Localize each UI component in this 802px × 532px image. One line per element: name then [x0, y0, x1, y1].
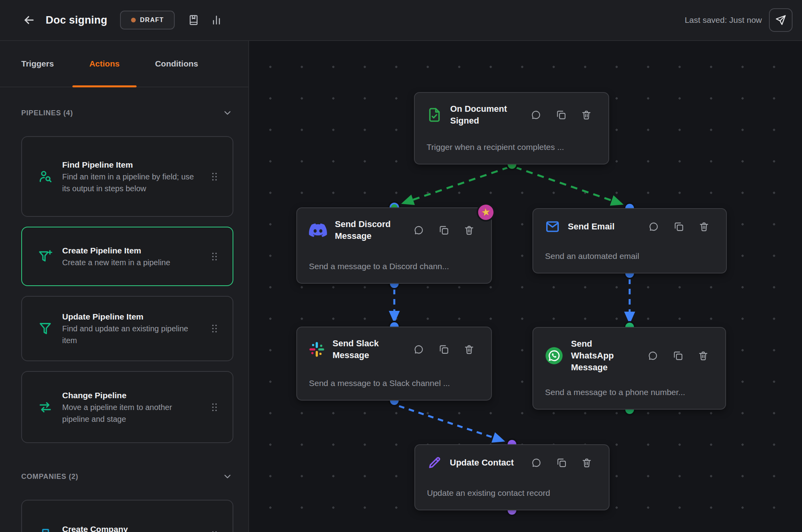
- comment-button[interactable]: [413, 225, 424, 236]
- delete-button[interactable]: [464, 344, 475, 355]
- node-send-whatsapp-message[interactable]: Send WhatsApp Message Send a message to …: [532, 327, 726, 410]
- duplicate-button[interactable]: [556, 457, 567, 468]
- tab-actions-label: Actions: [89, 59, 120, 68]
- trash-icon: [699, 221, 710, 232]
- grip-dots-icon: [211, 530, 218, 532]
- node-title: Send Slack Message: [333, 338, 386, 361]
- publish-button[interactable]: [769, 8, 793, 32]
- action-card-text: Change Pipeline Move a pipeline item to …: [62, 390, 200, 425]
- delete-button[interactable]: [464, 225, 475, 236]
- page-title: Doc signing: [46, 14, 107, 26]
- whatsapp-icon: [545, 347, 563, 365]
- tab-actions[interactable]: Actions: [72, 41, 137, 87]
- comment-icon: [647, 350, 658, 361]
- trash-icon: [581, 109, 592, 120]
- node-title: Send Email: [568, 221, 615, 233]
- action-card-change-pipeline[interactable]: Change Pipeline Move a pipeline item to …: [21, 371, 233, 443]
- duplicate-icon: [438, 225, 449, 236]
- action-card-find-pipeline-item[interactable]: Find Pipeline Item Find an item in a pip…: [21, 136, 233, 217]
- edge-trigger-email: [515, 167, 621, 204]
- back-arrow-icon: [22, 13, 36, 27]
- node-send-slack-message[interactable]: Send Slack Message Send a message to a S…: [296, 327, 492, 401]
- duplicate-icon: [556, 109, 567, 120]
- node-title: On Document Signed: [450, 103, 517, 127]
- action-card-text: Create Pipeline Item Create a new item i…: [62, 245, 200, 268]
- pencil-icon: [427, 455, 442, 470]
- node-title: Send WhatsApp Message: [571, 338, 618, 373]
- star-badge-icon: ★: [475, 202, 496, 223]
- collapse-section-button[interactable]: [222, 108, 233, 118]
- comment-button[interactable]: [413, 344, 424, 355]
- delete-button[interactable]: [699, 221, 710, 232]
- node-send-email[interactable]: Send Email Send an automated email: [532, 208, 727, 273]
- bar-chart-icon: [211, 14, 222, 26]
- drag-handle[interactable]: [210, 250, 219, 263]
- tab-conditions[interactable]: Conditions: [137, 41, 216, 87]
- send-icon: [775, 14, 787, 26]
- bookmark-button[interactable]: [186, 12, 201, 28]
- node-actions: [413, 225, 478, 236]
- user-search-icon: [38, 169, 53, 184]
- node-actions: [530, 109, 595, 120]
- node-description: Update an existing contact record: [427, 488, 595, 498]
- node-send-discord-message[interactable]: ★ Send Discord Message Send a message to…: [296, 207, 492, 284]
- grip-dots-icon: [211, 172, 218, 181]
- delete-button[interactable]: [698, 350, 709, 361]
- top-bar: Doc signing DRAFT Last saved: Just now: [0, 0, 802, 41]
- drag-handle[interactable]: [210, 529, 219, 532]
- action-card-create-pipeline-item[interactable]: Create Pipeline Item Create a new item i…: [21, 227, 233, 286]
- tab-triggers[interactable]: Triggers: [4, 41, 72, 87]
- workflow-canvas[interactable]: On Document Signed Trigger when a recipi…: [249, 41, 802, 532]
- automation-builder-app: Doc signing DRAFT Last saved: Just now T…: [0, 0, 802, 532]
- actions-list: PIPELINES (4) Find Pipeline Item Find an…: [0, 108, 248, 532]
- node-title: Send Discord Message: [335, 218, 398, 242]
- node-description: Send a message to a phone number...: [545, 388, 712, 397]
- action-card-description: Find an item in a pipeline by field; use…: [62, 171, 200, 194]
- action-card-update-pipeline-item[interactable]: Update Pipeline Item Find and update an …: [21, 296, 233, 361]
- edge-slack-contact: [399, 406, 503, 441]
- node-actions: [531, 457, 595, 468]
- comment-icon: [413, 225, 424, 236]
- node-head: Send Email: [545, 219, 713, 234]
- delete-button[interactable]: [581, 109, 592, 120]
- duplicate-button[interactable]: [438, 225, 449, 236]
- node-description: Send an automated email: [545, 251, 713, 261]
- node-update-contact[interactable]: Update Contact Update an existing contac…: [414, 444, 610, 510]
- discord-icon: [309, 223, 327, 237]
- back-button[interactable]: [20, 11, 38, 29]
- duplicate-icon: [673, 350, 684, 361]
- node-head: On Document Signed: [427, 103, 595, 127]
- document-check-icon: [427, 107, 442, 123]
- duplicate-icon: [438, 344, 449, 355]
- analytics-button[interactable]: [209, 12, 224, 28]
- drag-handle[interactable]: [210, 322, 219, 335]
- duplicate-icon: [556, 457, 567, 468]
- status-badge-label: DRAFT: [140, 17, 164, 24]
- node-description: Trigger when a recipient completes ...: [427, 142, 595, 152]
- section-header-companies: COMPANIES (2): [21, 471, 233, 482]
- comment-button[interactable]: [530, 109, 541, 120]
- duplicate-button[interactable]: [438, 344, 449, 355]
- comment-icon: [413, 344, 424, 355]
- slack-icon: [309, 342, 325, 357]
- duplicate-button[interactable]: [673, 350, 684, 361]
- node-description: Send a message to a Slack channel ...: [309, 379, 478, 388]
- chevron-down-icon: [222, 108, 233, 118]
- comment-button[interactable]: [531, 457, 542, 468]
- duplicate-icon: [673, 221, 684, 232]
- drag-handle[interactable]: [210, 170, 219, 183]
- action-card-description: Create a new item in a pipeline: [62, 257, 200, 268]
- comment-button[interactable]: [647, 350, 658, 361]
- trash-icon: [464, 344, 475, 355]
- collapse-section-button[interactable]: [222, 471, 233, 482]
- drag-handle[interactable]: [210, 401, 219, 414]
- duplicate-button[interactable]: [673, 221, 684, 232]
- comment-button[interactable]: [648, 221, 659, 232]
- duplicate-button[interactable]: [556, 109, 567, 120]
- action-card-create-company[interactable]: Create Company Create a new company reco…: [21, 500, 233, 532]
- node-on-document-signed[interactable]: On Document Signed Trigger when a recipi…: [414, 92, 609, 164]
- delete-button[interactable]: [581, 457, 592, 468]
- sidebar: Triggers Actions Conditions PIPELINES (4…: [0, 41, 249, 532]
- action-card-title: Change Pipeline: [62, 390, 200, 401]
- action-card-title: Find Pipeline Item: [62, 159, 200, 171]
